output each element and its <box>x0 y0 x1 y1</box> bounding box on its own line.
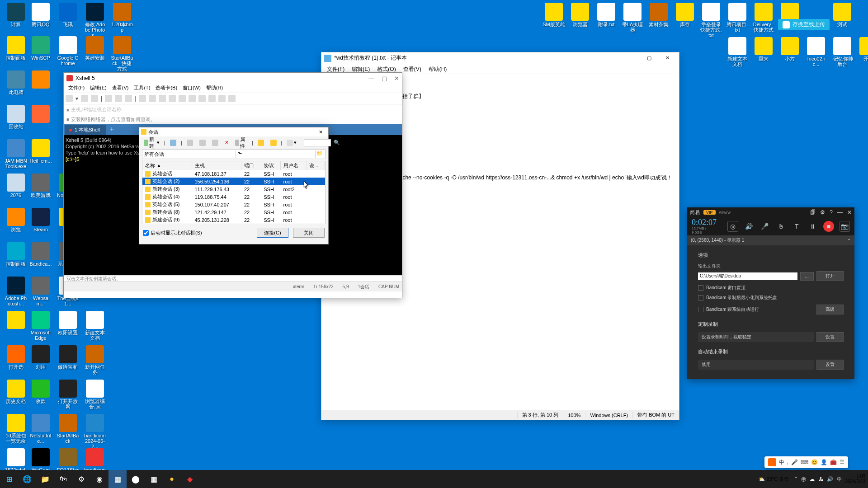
session-row[interactable]: 英雄会话 (5)150.107.40.20722SSHroot <box>142 201 325 208</box>
desktop-icon[interactable]: 腾讯项目.txt <box>726 3 749 33</box>
desktop-icon[interactable]: NetstatInfe... <box>29 414 52 444</box>
taskbar-app3-icon[interactable]: ● <box>163 470 181 488</box>
desktop-icon[interactable]: Microsoft Edge <box>29 311 52 341</box>
folder1-icon[interactable] <box>256 139 266 147</box>
desktop-icon[interactable]: Incо02.ic... <box>805 37 827 67</box>
xshell-hint[interactable]: ■ 安装网络网络器，点击查看如何查询。 <box>64 115 402 124</box>
column-header[interactable]: 端口 <box>241 161 261 170</box>
desktop-icon[interactable]: 浏览器综合.txt <box>84 380 106 409</box>
desktop-icon[interactable]: 浏览器 <box>569 3 591 27</box>
taskbar-app1-icon[interactable]: ▦ <box>108 470 127 488</box>
xshell-tab[interactable]: 1 本地Shell <box>65 125 106 135</box>
desktop-icon[interactable]: 回收站 <box>5 105 27 129</box>
prop-icon[interactable] <box>168 139 178 147</box>
menu-item[interactable]: 选项卡(B) <box>153 84 180 93</box>
ime-toolbar[interactable]: 中,🎤⌨😊👤🧰☰ <box>764 456 848 468</box>
bandi-btn1-icon[interactable]: 🗐 <box>810 209 816 216</box>
desktop-icon[interactable]: 附录.txt <box>595 3 618 27</box>
taskbar-xshell-icon[interactable]: ◆ <box>181 470 199 488</box>
advanced-button[interactable]: 高级 <box>816 305 844 314</box>
desktop-icon[interactable]: 此电脑 <box>5 70 27 95</box>
tab-add-button[interactable]: + <box>106 123 118 135</box>
desktop-icon[interactable]: 计算 <box>5 3 27 27</box>
tb-c-icon[interactable] <box>179 95 186 102</box>
desktop-icon[interactable]: 堡垒登录快捷方式.txt <box>700 3 722 38</box>
new-session-button[interactable]: 新建▾ <box>142 135 161 150</box>
tb-cut-icon[interactable] <box>105 95 112 102</box>
menu-item[interactable]: 文件(F) <box>66 84 87 93</box>
desktop-icon[interactable]: 历史文档 <box>5 380 27 404</box>
notepad-titlebar[interactable]: *wd技术悄教程 (1).txt - 记事本 — ▢ ✕ <box>321 52 679 64</box>
tray-ime-icon[interactable]: ㊥ <box>801 476 806 483</box>
record-button[interactable]: ■ <box>823 221 834 232</box>
desktop-icon[interactable]: StartAllBack - 快捷方式 <box>111 36 133 71</box>
desktop-icon[interactable] <box>5 311 27 330</box>
taskbar-store-icon[interactable]: 🛍 <box>54 470 72 488</box>
desktop-icon[interactable] <box>29 105 52 124</box>
desktop-icon[interactable]: WinSCP <box>29 36 52 61</box>
desktop-icon[interactable]: 飞讯 <box>57 3 79 27</box>
xshell-titlebar[interactable]: Xshell 5 —▢✕ <box>64 73 402 84</box>
cut-icon[interactable] <box>185 139 195 147</box>
desktop-icon[interactable]: 控制面板 <box>5 36 27 61</box>
close-dialog-button[interactable]: 关闭 <box>293 228 325 238</box>
menu-item[interactable]: 工具(T) <box>131 84 153 93</box>
menu-item[interactable]: 窗口(W) <box>180 84 203 93</box>
taskbar-clock[interactable]: 1:092024/5/23 <box>845 474 868 484</box>
taskbar-bandicam-icon[interactable]: ⬤ <box>127 470 145 488</box>
tb-open-icon[interactable] <box>81 95 88 102</box>
desktop-icon[interactable]: 欧阳设置 <box>57 311 79 335</box>
search-icon[interactable]: 🔍 <box>334 140 340 145</box>
tb-e-icon[interactable] <box>198 95 206 102</box>
desktop-icon[interactable]: 控制面板 <box>5 242 27 267</box>
desktop-icon[interactable]: 刘用 <box>29 345 52 370</box>
desktop-icon[interactable]: Delivery - 快捷方式 <box>752 3 775 33</box>
taskbar-app2-icon[interactable]: ▦ <box>145 470 163 488</box>
path-new-icon[interactable]: 📁 <box>315 150 323 158</box>
tb-d-icon[interactable] <box>189 95 196 102</box>
session-row[interactable]: 新建会话 (3)111.229.176.4322SSHroot2 <box>142 185 325 193</box>
tb-g-icon[interactable] <box>218 95 226 102</box>
tb-b-icon[interactable] <box>169 95 176 102</box>
mouse-icon[interactable]: 🖱 <box>775 221 786 232</box>
desktop-icon[interactable]: 测试 <box>831 3 854 27</box>
tray-net-icon[interactable]: 🖧 <box>818 476 823 482</box>
desktop-icon[interactable]: 修改 Adobe Photos... <box>84 3 106 38</box>
session-row[interactable]: 新建会话 (9)45.205.131.22822SSHroot <box>142 216 325 224</box>
desktop-icon[interactable]: 收款 <box>29 380 52 404</box>
column-header[interactable]: 主机 <box>192 161 241 170</box>
target-icon[interactable]: ◎ <box>727 221 738 232</box>
minimize-button[interactable]: — <box>837 209 843 216</box>
desktop-icon[interactable]: Google Chrome <box>57 36 79 66</box>
tb-new-icon[interactable] <box>66 95 73 102</box>
session-row[interactable]: 英雄会话 (4)119.188.75.4422SSHroot <box>142 193 325 201</box>
desktop-icon[interactable]: 2076 <box>5 174 27 198</box>
open-folder-button[interactable]: 打开 <box>816 271 844 281</box>
bandi-help-icon[interactable]: ? <box>830 209 833 216</box>
view-icon[interactable]: ▾ <box>285 139 298 147</box>
desktop-icon[interactable]: 打开开放网 <box>57 380 79 409</box>
sound-icon[interactable]: 🔊 <box>744 221 754 232</box>
column-header[interactable]: 用户名 <box>281 161 307 170</box>
desktop-icon[interactable]: 新建文本文档 <box>84 311 106 341</box>
desktop-icon[interactable]: 打开选 <box>5 345 27 370</box>
taskbar-chrome-icon[interactable]: ◉ <box>90 470 108 488</box>
desktop-icon[interactable]: 傲语宝和 <box>57 345 79 370</box>
desktop-icon[interactable]: Steam <box>29 208 52 232</box>
text-icon[interactable]: T <box>792 221 802 232</box>
desktop-icon[interactable]: Websam... <box>29 277 52 306</box>
desktop-icon[interactable]: 重来 <box>752 37 775 61</box>
tray-sound-icon[interactable]: 🔊 <box>827 476 833 482</box>
bandicam-info[interactable]: (0, (2560, 1440) - 显示器 1⌃ <box>687 235 854 245</box>
column-header[interactable]: 协议 <box>261 161 280 170</box>
desktop-icon[interactable]: 欧美游戏 <box>29 174 52 198</box>
menu-item[interactable]: 帮助(H) <box>425 64 451 74</box>
desktop-icon[interactable]: 带LA执理器 <box>621 3 644 33</box>
delete-icon[interactable]: ✕ <box>223 139 231 146</box>
close-button[interactable]: ✕ <box>315 129 326 135</box>
column-header[interactable]: 说... <box>306 161 325 170</box>
camera-button[interactable]: 📷 <box>840 221 850 232</box>
close-button[interactable]: ✕ <box>394 75 399 82</box>
tb-a-icon[interactable] <box>159 95 166 102</box>
desktop-icon[interactable]: 新建文本文档 <box>726 37 749 67</box>
